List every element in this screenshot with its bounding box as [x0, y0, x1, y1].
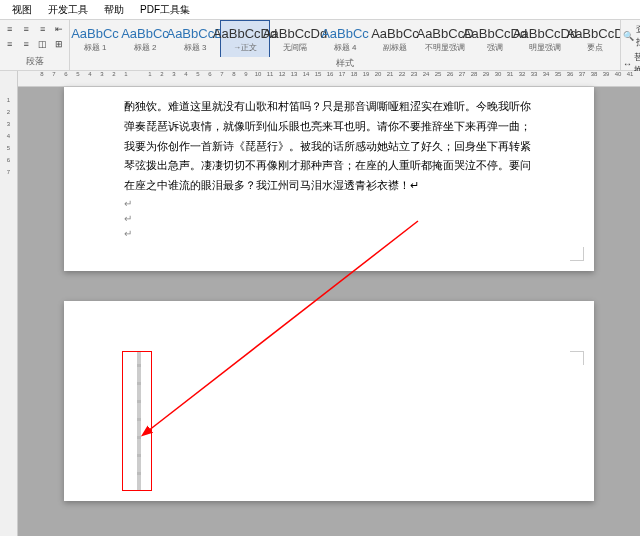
ribbon-tabs: 视图 开发工具 帮助 PDF工具集	[0, 0, 640, 20]
style-preview: AaBbCc	[321, 26, 369, 41]
style-name: 副标题	[383, 42, 407, 53]
borders-icon[interactable]: ⊞	[52, 37, 68, 51]
style-name: 标题 4	[334, 42, 357, 53]
style-item-0[interactable]: AaBbCc标题 1	[70, 20, 120, 57]
editing-group: 🔍查找 ↔替换 编辑	[621, 20, 640, 70]
style-preview: AaBbCcD	[566, 26, 620, 41]
workspace: 1234567 87654321123456789101112131415161…	[0, 71, 640, 536]
tab-dev[interactable]: 开发工具	[40, 1, 96, 19]
style-name: 标题 1	[84, 42, 107, 53]
horizontal-ruler: 8765432112345678910111213141516171819202…	[18, 71, 640, 87]
corner-mark-icon	[570, 351, 584, 365]
page-1[interactable]: 酌独饮。难道这里就没有山歌和村笛吗？只是那音调嘶哑粗涩实在难听。今晚我听你弹奏琵…	[64, 87, 594, 271]
style-name: 标题 2	[134, 42, 157, 53]
multilevel-list-icon[interactable]: ≡	[35, 22, 51, 36]
page-2[interactable]	[64, 301, 594, 501]
tab-help[interactable]: 帮助	[96, 1, 132, 19]
align-center-icon[interactable]: ≡	[19, 37, 35, 51]
style-item-10[interactable]: AaBbCcD要点	[570, 20, 620, 57]
style-preview: AaBbCcDd	[263, 26, 327, 41]
style-item-5[interactable]: AaBbCc标题 4	[320, 20, 370, 57]
style-item-6[interactable]: AaBbCc副标题	[370, 20, 420, 57]
corner-mark-icon	[570, 247, 584, 261]
style-name: 标题 3	[184, 42, 207, 53]
style-item-1[interactable]: AaBbCc标题 2	[120, 20, 170, 57]
style-name: 要点	[587, 42, 603, 53]
style-name: 不明显强调	[425, 42, 465, 53]
empty-paragraphs: ↵ ↵ ↵	[124, 196, 534, 241]
bullet-list-icon[interactable]: ≡	[2, 22, 18, 36]
paragraph-label: 段落	[2, 55, 67, 68]
ruler-bar	[137, 352, 141, 490]
find-button[interactable]: 🔍查找	[622, 22, 640, 50]
styles-gallery: AaBbCc标题 1AaBbCc标题 2AaBbCcD标题 3AaBbCcDd→…	[70, 20, 621, 70]
style-preview: AaBbCc	[71, 26, 119, 41]
annotation-highlight	[122, 351, 152, 491]
style-item-4[interactable]: AaBbCcDd无间隔	[270, 20, 320, 57]
styles-label: 样式	[70, 57, 620, 70]
style-item-9[interactable]: AaBbCcDd明显强调	[520, 20, 570, 57]
number-list-icon[interactable]: ≡	[19, 22, 35, 36]
style-name: 无间隔	[283, 42, 307, 53]
tab-view[interactable]: 视图	[4, 1, 40, 19]
shading-icon[interactable]: ◫	[35, 37, 51, 51]
document-area[interactable]: 8765432112345678910111213141516171819202…	[18, 71, 640, 536]
vertical-ruler: 1234567	[0, 71, 18, 536]
style-name: 强调	[487, 42, 503, 53]
style-name: →正文	[233, 42, 257, 53]
style-preview: AaBbCc	[371, 26, 419, 41]
replace-icon: ↔	[623, 59, 632, 69]
style-preview: AaBbCc	[121, 26, 169, 41]
search-icon: 🔍	[623, 31, 634, 41]
paragraph-group: ≡ ≡ ≡ ⇤ ≡ ≡ ◫ ⊞ 段落	[0, 20, 70, 70]
ribbon: 视图 开发工具 帮助 PDF工具集 ≡ ≡ ≡ ⇤ ≡ ≡ ◫ ⊞ 段落 AaB…	[0, 0, 640, 71]
style-name: 明显强调	[529, 42, 561, 53]
indent-icon[interactable]: ⇤	[52, 22, 68, 36]
tab-pdf[interactable]: PDF工具集	[132, 1, 198, 19]
align-left-icon[interactable]: ≡	[2, 37, 18, 51]
toolbar: ≡ ≡ ≡ ⇤ ≡ ≡ ◫ ⊞ 段落 AaBbCc标题 1AaBbCc标题 2A…	[0, 20, 640, 70]
paragraph-mark-icon: ↵	[410, 179, 419, 191]
body-text[interactable]: 酌独饮。难道这里就没有山歌和村笛吗？只是那音调嘶哑粗涩实在难听。今晚我听你弹奏琵…	[124, 97, 534, 196]
